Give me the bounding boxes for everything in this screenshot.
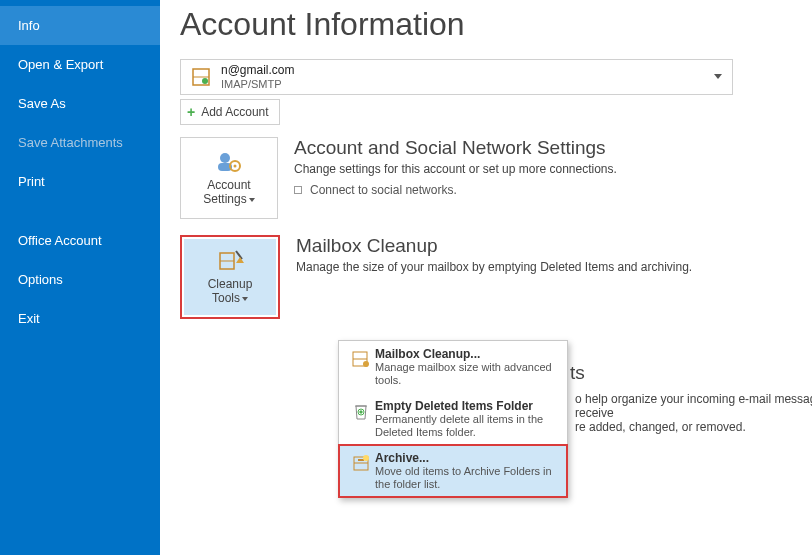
sidebar-item-save-attachments: Save Attachments	[0, 123, 160, 162]
rules-desc-fragment: o help organize your incoming e-mail mes…	[575, 392, 812, 434]
account-email: n@gmail.com	[221, 63, 295, 77]
sidebar-item-exit[interactable]: Exit	[0, 299, 160, 338]
menu-item-archive[interactable]: Archive... Move old items to Archive Fol…	[339, 445, 567, 497]
connect-social-link[interactable]: Connect to social networks.	[294, 183, 617, 197]
sidebar-item-options[interactable]: Options	[0, 260, 160, 299]
sidebar-item-open-export[interactable]: Open & Export	[0, 45, 160, 84]
chevron-down-icon	[249, 198, 255, 202]
sidebar-item-info[interactable]: Info	[0, 6, 160, 45]
svg-point-3	[220, 153, 230, 163]
svg-line-9	[236, 251, 242, 259]
menu-item-mailbox-cleanup[interactable]: Mailbox Cleanup... Manage mailbox size w…	[339, 341, 567, 393]
sidebar: Info Open & Export Save As Save Attachme…	[0, 0, 160, 555]
main-panel: Account Information n@gmail.com IMAP/SMT…	[160, 0, 812, 555]
broom-cabinet-icon	[216, 249, 244, 273]
connect-social-label: Connect to social networks.	[310, 183, 457, 197]
menu-item-title: Empty Deleted Items Folder	[375, 399, 559, 413]
account-settings-tile[interactable]: Account Settings	[180, 137, 278, 219]
svg-point-2	[202, 78, 208, 84]
menu-item-desc: Manage mailbox size with advanced tools.	[375, 361, 559, 387]
menu-item-empty-deleted[interactable]: Empty Deleted Items Folder Permanently d…	[339, 393, 567, 445]
cabinet-icon	[347, 347, 375, 387]
rules-title-fragment: ts	[570, 362, 585, 384]
highlight-cleanup-tile: Cleanup Tools	[180, 235, 280, 319]
rules-line1: o help organize your incoming e-mail mes…	[575, 392, 812, 420]
section-account-settings: Account Settings Account and Social Netw…	[180, 137, 812, 219]
add-account-button[interactable]: + Add Account	[180, 99, 280, 125]
account-selector[interactable]: n@gmail.com IMAP/SMTP	[180, 59, 733, 95]
chevron-down-icon	[242, 297, 248, 301]
archive-icon	[347, 451, 375, 491]
sidebar-item-office-account[interactable]: Office Account	[0, 221, 160, 260]
svg-point-12	[363, 361, 369, 367]
tile-label-line2: Settings	[203, 192, 246, 206]
trash-icon	[347, 399, 375, 439]
tile-label-line2: Tools	[212, 291, 240, 305]
sidebar-spacer	[0, 201, 160, 221]
cabinet-icon	[189, 65, 213, 89]
page-title: Account Information	[180, 6, 812, 43]
menu-item-desc: Move old items to Archive Folders in the…	[375, 465, 559, 491]
cleanup-tools-menu: Mailbox Cleanup... Manage mailbox size w…	[338, 340, 568, 498]
tile-label-line1: Cleanup	[208, 277, 253, 291]
bullet-icon	[294, 186, 302, 194]
menu-item-title: Mailbox Cleanup...	[375, 347, 559, 361]
menu-item-desc: Permanently delete all items in the Dele…	[375, 413, 559, 439]
section-desc-settings: Change settings for this account or set …	[294, 161, 617, 177]
menu-item-title: Archive...	[375, 451, 559, 465]
section-mailbox-cleanup: Cleanup Tools Mailbox Cleanup Manage the…	[180, 235, 812, 319]
section-title-settings: Account and Social Network Settings	[294, 137, 617, 159]
cleanup-tools-tile[interactable]: Cleanup Tools	[184, 239, 276, 315]
gear-person-icon	[215, 150, 243, 174]
add-account-label: Add Account	[201, 105, 268, 119]
chevron-down-icon	[714, 74, 722, 79]
sidebar-item-save-as[interactable]: Save As	[0, 84, 160, 123]
section-desc-cleanup: Manage the size of your mailbox by empty…	[296, 259, 692, 275]
svg-rect-17	[358, 459, 364, 461]
tile-label-line1: Account	[207, 178, 250, 192]
section-title-cleanup: Mailbox Cleanup	[296, 235, 692, 257]
svg-point-6	[234, 165, 237, 168]
sidebar-item-print[interactable]: Print	[0, 162, 160, 201]
rules-line2: re added, changed, or removed.	[575, 420, 812, 434]
svg-point-18	[363, 455, 369, 461]
account-protocol: IMAP/SMTP	[221, 77, 295, 91]
plus-icon: +	[187, 104, 195, 120]
